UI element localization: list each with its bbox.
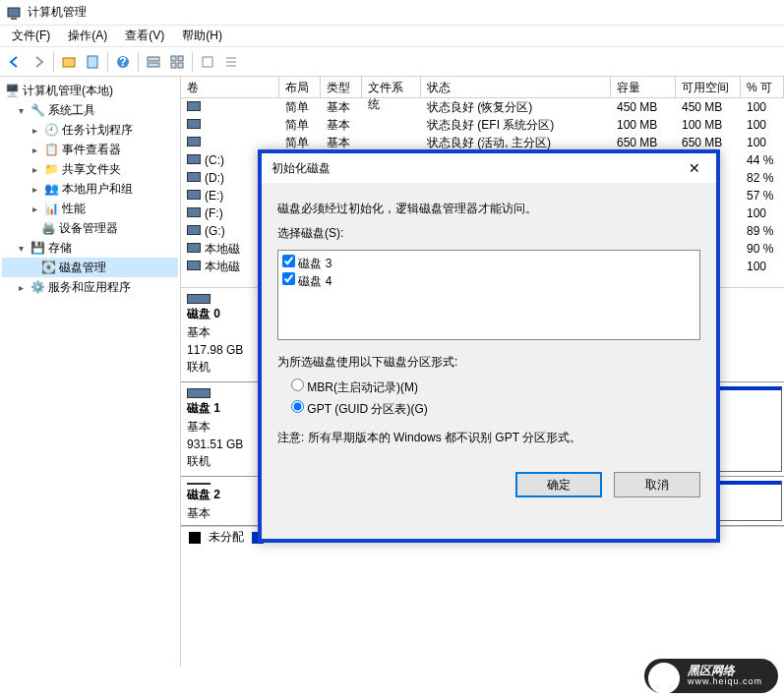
col-layout[interactable]: 布局 [279,77,321,97]
svg-text:?: ? [119,55,126,69]
dialog-title: 初始化磁盘 [271,160,331,177]
window-title: 计算机管理 [28,4,87,21]
expand-icon[interactable]: ▸ [29,164,40,175]
collapse-icon[interactable]: ▾ [15,243,27,254]
tree-systools[interactable]: ▾🔧系统工具 [2,100,178,120]
col-status[interactable]: 状态 [421,77,611,97]
col-cap[interactable]: 容量 [611,77,676,97]
mbr-radio[interactable]: MBR(主启动记录)(M) [291,379,700,400]
col-free[interactable]: 可用空间 [676,77,741,97]
col-pct[interactable]: % 可 [741,77,784,97]
perf-icon: 📊 [43,201,59,216]
volume-grid-header: 卷 布局 类型 文件系统 状态 容量 可用空间 % 可 [181,77,784,98]
view2-button[interactable] [166,51,188,73]
folder-icon: 📁 [43,161,59,177]
dialog-titlebar: 初始化磁盘 ✕ [262,153,716,183]
dialog-intro: 磁盘必须经过初始化，逻辑磁盘管理器才能访问。 [277,201,700,217]
menu-help[interactable]: 帮助(H) [174,26,230,46]
menu-view[interactable]: 查看(V) [117,26,172,46]
svg-rect-0 [8,8,20,17]
menubar: 文件(F) 操作(A) 查看(V) 帮助(H) [0,26,784,47]
partition-style-radios: MBR(主启动记录)(M) GPT (GUID 分区表)(G) [291,379,700,422]
expand-icon[interactable]: ▸ [15,282,27,293]
initialize-disk-dialog: 初始化磁盘 ✕ 磁盘必须经过初始化，逻辑磁盘管理器才能访问。 选择磁盘(S): … [258,149,720,543]
col-fs[interactable]: 文件系统 [362,77,421,97]
tree-services[interactable]: ▸⚙️服务和应用程序 [2,277,178,297]
menu-file[interactable]: 文件(F) [4,26,58,46]
view1-button[interactable] [143,51,164,73]
titlebar: 计算机管理 [0,0,784,26]
select-disk-label: 选择磁盘(S): [277,225,700,242]
expand-icon[interactable]: ▸ [29,125,40,136]
tree-shared[interactable]: ▸📁共享文件夹 [2,159,178,179]
svg-rect-1 [11,18,17,20]
expand-icon[interactable]: ▸ [29,204,40,214]
tree-diskmgmt[interactable]: 💽磁盘管理 [2,258,178,277]
tree-storage[interactable]: ▾💾存储 [2,238,178,258]
svg-rect-7 [148,63,159,67]
services-icon: ⚙️ [30,279,45,295]
tree-scheduler[interactable]: ▸🕘任务计划程序 [2,120,178,140]
disk-icon: 💽 [40,260,56,275]
volume-row[interactable]: 简单基本状态良好 (恢复分区)450 MB450 MB100 [181,98,784,116]
list-icon[interactable] [220,51,242,73]
menu-action[interactable]: 操作(A) [60,26,115,46]
back-button[interactable] [4,51,26,73]
watermark-url: www.heiqu.com [688,677,762,687]
refresh-icon[interactable] [197,51,218,73]
toolbar: ? [0,47,784,77]
cancel-button[interactable]: 取消 [614,472,700,497]
svg-rect-9 [178,56,183,61]
dialog-body: 磁盘必须经过初始化，逻辑磁盘管理器才能访问。 选择磁盘(S): 磁盘 3 磁盘 … [262,183,716,464]
col-type[interactable]: 类型 [321,77,362,97]
computer-icon: 🖥️ [4,83,20,98]
tools-icon: 🔧 [30,102,45,118]
svg-rect-6 [148,57,159,61]
clock-icon: 🕘 [43,122,59,138]
storage-icon: 💾 [30,240,45,256]
gpt-radio[interactable]: GPT (GUID 分区表)(G) [291,400,700,422]
up-button[interactable] [58,51,80,73]
svg-rect-3 [88,56,97,68]
dialog-buttons: 确定 取消 [262,464,716,497]
svg-rect-8 [171,56,176,61]
dialog-note: 注意: 所有早期版本的 Windows 都不识别 GPT 分区形式。 [277,430,700,446]
tree-devmgr[interactable]: 🖨️设备管理器 [2,218,178,238]
svg-rect-12 [203,57,212,67]
disk-icon [187,294,211,304]
disk-icon [187,483,211,485]
volume-row[interactable]: 简单基本状态良好 (EFI 系统分区)100 MB100 MB100 [181,116,784,134]
partition-style-label: 为所选磁盘使用以下磁盘分区形式: [277,354,700,371]
properties-button[interactable] [82,51,103,73]
help-button[interactable]: ? [112,51,134,73]
svg-rect-2 [63,58,75,67]
disk-4-checkbox[interactable]: 磁盘 4 [282,272,695,290]
nav-tree: 🖥️计算机管理(本地) ▾🔧系统工具 ▸🕘任务计划程序 ▸📋事件查看器 ▸📁共享… [0,77,181,667]
svg-rect-11 [178,63,183,68]
disk-select-list: 磁盘 3 磁盘 4 [277,250,700,340]
tree-root[interactable]: 🖥️计算机管理(本地) [2,81,178,100]
tree-perf[interactable]: ▸📊性能 [2,199,178,218]
expand-icon[interactable]: ▸ [29,145,40,155]
tree-eventviewer[interactable]: ▸📋事件查看器 [2,140,178,159]
expand-icon[interactable]: ▸ [29,184,40,195]
col-volume[interactable]: 卷 [181,77,279,97]
svg-rect-10 [171,63,176,68]
legend-unalloc: 未分配 [209,529,244,546]
app-icon [6,5,22,21]
forward-button[interactable] [28,51,49,73]
close-button[interactable]: ✕ [683,156,706,180]
disk-icon [187,388,211,398]
legend-unalloc-swatch [189,532,201,544]
event-icon: 📋 [43,142,59,157]
watermark: 黑区网络 www.heiqu.com [644,659,778,693]
collapse-icon[interactable]: ▾ [15,105,27,116]
disk-3-checkbox[interactable]: 磁盘 3 [282,255,695,272]
users-icon: 👥 [43,181,59,197]
tree-localusers[interactable]: ▸👥本地用户和组 [2,179,178,199]
ok-button[interactable]: 确定 [515,472,602,497]
device-icon: 🖨️ [40,220,56,236]
